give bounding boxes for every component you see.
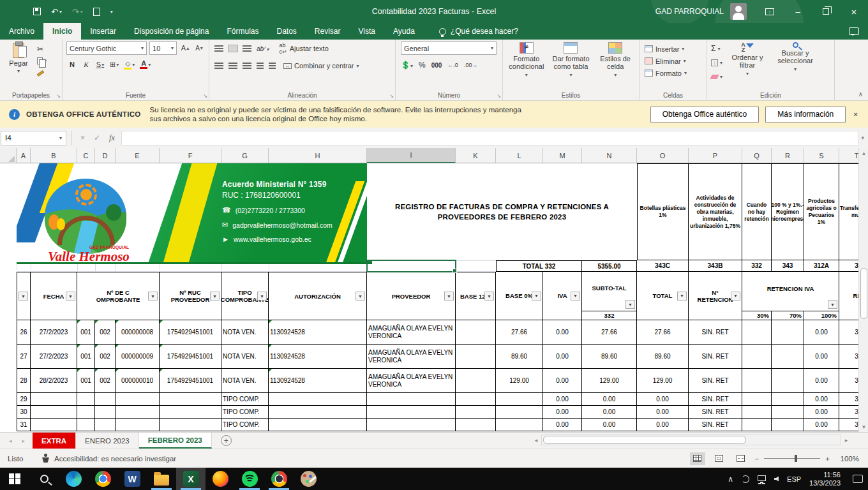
column-header-D[interactable]: D <box>95 148 116 163</box>
cell-Q35[interactable] <box>742 393 772 406</box>
report-title-cell[interactable]: REGISTRO DE FACTURAS DE COMPRA Y RETENCI… <box>367 163 637 260</box>
header-base12[interactable]: BASE 12%▼ <box>456 272 496 320</box>
cell-M32[interactable]: 0.00 <box>543 320 582 345</box>
cell-Q33[interactable] <box>742 345 772 369</box>
sort-filter-button[interactable]: AZ Ordenar y filtrar▾ <box>728 41 767 82</box>
taskbar-search-icon[interactable] <box>29 468 59 490</box>
cell-F32[interactable]: 1754929451001 <box>160 320 221 345</box>
cell-P36[interactable]: SIN. RET <box>689 406 742 419</box>
cell-O34[interactable]: 129.00 <box>637 369 689 393</box>
cell-R37[interactable] <box>772 419 804 431</box>
cell-N37[interactable]: 0.00 <box>582 419 637 431</box>
cut-icon[interactable]: ✂ <box>37 44 47 54</box>
tab-revisar[interactable]: Revisar <box>306 23 350 40</box>
paste-button[interactable]: Pegar▾ <box>4 41 33 78</box>
tell-me-search[interactable]: ¿Qué desea hacer? <box>439 23 518 40</box>
cell-I35[interactable] <box>367 393 456 406</box>
header-base0[interactable]: BASE 0%▼ <box>496 272 543 320</box>
filter-icon[interactable]: ▼ <box>484 292 494 301</box>
align-top-icon[interactable] <box>214 45 223 52</box>
column-header-I[interactable]: I <box>367 148 456 163</box>
filter-icon[interactable]: ▼ <box>828 300 837 309</box>
cell-C37[interactable] <box>77 419 95 431</box>
cell-B33[interactable]: 27/2/2023 <box>31 345 77 369</box>
comments-icon[interactable] <box>849 27 859 35</box>
autosum-icon[interactable]: Σ▾ <box>711 43 722 54</box>
cell-K33[interactable] <box>456 345 496 369</box>
header-total[interactable]: TOTAL▼ <box>637 272 689 320</box>
decrease-indent-icon[interactable] <box>257 63 264 69</box>
increase-font-icon[interactable]: A▴ <box>179 41 191 54</box>
format-cells-button[interactable]: Formato▾ <box>645 67 707 79</box>
cell-D33[interactable]: 002 <box>95 345 116 369</box>
column-header-N[interactable]: N <box>582 148 637 163</box>
sheet-tab-extra[interactable]: EXTRA <box>33 433 76 449</box>
cell-F37[interactable] <box>160 419 221 431</box>
normal-view-button[interactable] <box>690 452 705 465</box>
decrease-font-icon[interactable]: A▾ <box>193 41 205 54</box>
vertical-scrollbar[interactable]: ▲ ▼ <box>858 148 868 432</box>
chrome-profile-icon[interactable] <box>264 468 294 490</box>
header-construccion[interactable]: Actividades de construcción de obra mate… <box>689 163 742 260</box>
cell-H35[interactable] <box>269 393 367 406</box>
cell-Q32[interactable] <box>742 320 772 345</box>
cell-B32[interactable]: 27/2/2023 <box>31 320 77 345</box>
header-microempresa[interactable]: 100 % y 1%.- Regimen microempresa <box>772 163 804 260</box>
cell-B35[interactable] <box>31 393 77 406</box>
account-name[interactable]: GAD PARROQUIAL <box>655 7 724 16</box>
align-bottom-icon[interactable] <box>243 45 251 52</box>
page-layout-view-button[interactable] <box>712 452 727 465</box>
column-header-O[interactable]: O <box>637 148 689 163</box>
cell-S35[interactable]: 0.00 <box>804 393 839 406</box>
cell-N32[interactable]: 27.66 <box>582 320 637 345</box>
cell-T33[interactable]: 3 <box>839 345 858 369</box>
cell-R4[interactable]: 343 <box>772 260 804 272</box>
cell-A37[interactable]: 31 <box>17 419 31 431</box>
cell-P37[interactable]: SIN. RET <box>689 419 742 431</box>
cell-N34[interactable]: 129.00 <box>582 369 637 393</box>
number-format-select[interactable]: General▾ <box>401 41 497 55</box>
language-indicator[interactable]: ESP <box>787 475 801 483</box>
column-header-T[interactable]: T <box>839 148 858 163</box>
firefox-icon[interactable] <box>206 468 235 490</box>
cell-C35[interactable] <box>77 393 95 406</box>
cell-G36[interactable]: TIPO COMP. <box>221 406 269 419</box>
delete-cells-button[interactable]: Eliminar▾ <box>645 55 707 67</box>
tab-insertar[interactable]: Insertar <box>81 23 125 40</box>
start-button[interactable] <box>0 468 29 490</box>
confirm-entry-icon[interactable]: ✓ <box>94 133 100 142</box>
filter-icon[interactable]: ▼ <box>355 292 365 301</box>
minimize-button[interactable]: – <box>784 0 812 23</box>
cell-A35[interactable]: 29 <box>17 393 31 406</box>
cell-C34[interactable]: 001 <box>77 369 95 393</box>
chrome-icon[interactable] <box>88 468 117 490</box>
header-A[interactable]: ▼ <box>17 272 31 320</box>
conditional-formatting-button[interactable]: ≠ Formato condicional▾ <box>505 41 548 79</box>
cell-H36[interactable] <box>269 406 367 419</box>
cell-S34[interactable]: 0.00 <box>804 369 839 393</box>
clear-icon[interactable]: ▾ <box>711 71 722 82</box>
cell-K32[interactable] <box>456 320 496 345</box>
header-sin-retencion[interactable]: Cuando no hay retención <box>742 163 772 260</box>
cell-I32[interactable]: AMAGUAÑA OLAYA EVELYN VERONICA <box>367 320 456 345</box>
cell-N33[interactable]: 89.60 <box>582 345 637 369</box>
filter-icon[interactable]: ▼ <box>66 292 75 301</box>
alignment-dialog-launcher-icon[interactable]: ↘ <box>389 93 394 99</box>
cell-E35[interactable] <box>116 393 160 406</box>
cell-Q4[interactable]: 332 <box>742 260 772 272</box>
cell-F35[interactable] <box>160 393 221 406</box>
filter-icon[interactable]: ▼ <box>677 292 687 301</box>
insert-cells-button[interactable]: Insertar▾ <box>645 43 707 55</box>
onedrive-icon[interactable] <box>742 475 749 483</box>
tab-disposicion[interactable]: Disposición de página <box>125 23 218 40</box>
number-dialog-launcher-icon[interactable]: ↘ <box>497 93 501 99</box>
column-header-P[interactable]: P <box>689 148 742 163</box>
cell-O33[interactable]: 89.60 <box>637 345 689 369</box>
print-preview-icon[interactable] <box>93 8 100 16</box>
formula-input[interactable] <box>121 131 859 145</box>
excel-icon[interactable]: X <box>176 468 206 490</box>
cell-T32[interactable]: 3 <box>839 320 858 345</box>
bold-button[interactable]: N <box>66 58 78 71</box>
dismiss-warning-icon[interactable]: × <box>853 110 858 118</box>
cell-M37[interactable]: 0.00 <box>543 419 582 431</box>
